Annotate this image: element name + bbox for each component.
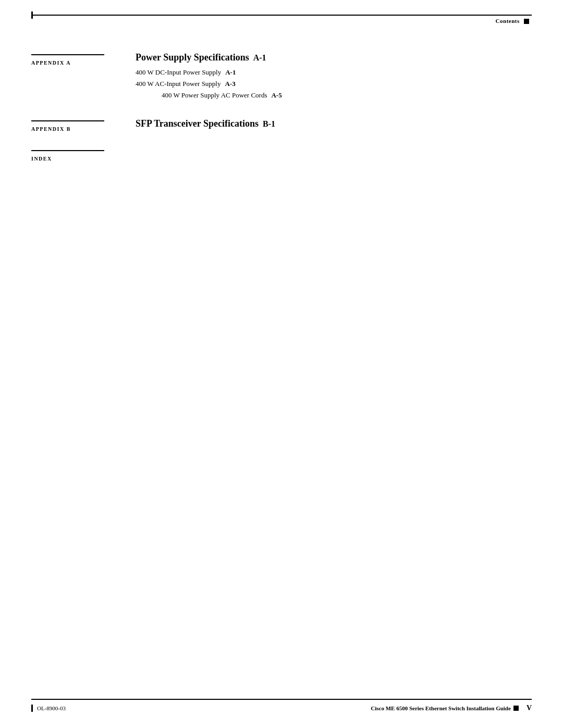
appendix-a-title: Power Supply Specifications A-1: [136, 52, 532, 63]
index-label-col: Index: [31, 150, 136, 163]
toc-entry-ac-text: 400 W AC-Input Power Supply: [136, 80, 221, 88]
appendix-b-prefix: Appendix: [31, 126, 65, 132]
appendix-b-label: Appendix B: [31, 126, 71, 132]
appendix-b-label-col: Appendix B: [31, 118, 136, 133]
footer-right: Cisco ME 6500 Series Ethernet Switch Ins…: [371, 704, 532, 712]
toc-entry-cords-page: A-5: [271, 91, 282, 100]
toc-entry-cords: 400 W Power Supply AC Power Cords A-5: [162, 91, 532, 100]
toc-entry-dc-text: 400 W DC-Input Power Supply: [136, 68, 221, 77]
footer-page-container: V: [521, 704, 532, 712]
footer-border: [31, 699, 532, 700]
main-content: Appendix A Power Supply Specifications A…: [31, 52, 532, 163]
appendix-b-title: SFP Transceiver Specifications B-1: [136, 118, 532, 129]
footer-title: Cisco ME 6500 Series Ethernet Switch Ins…: [371, 705, 511, 711]
appendix-b-content: SFP Transceiver Specifications B-1: [136, 118, 532, 134]
index-label: Index: [31, 156, 52, 162]
toc-entry-ac: 400 W AC-Input Power Supply A-3: [136, 80, 532, 88]
appendix-a-title-text: Power Supply Specifications: [136, 52, 249, 63]
appendix-a-label: Appendix A: [31, 60, 71, 66]
toc-entry-ac-page: A-3: [225, 80, 235, 88]
footer: OL-8900-03 Cisco ME 6500 Series Ethernet…: [31, 699, 532, 712]
index-divider: [31, 150, 104, 151]
footer-left: OL-8900-03: [31, 705, 66, 712]
header-contents: Contents: [496, 18, 529, 24]
toc-entry-dc-page: A-1: [225, 68, 236, 77]
appendix-a-title-page: A-1: [253, 53, 266, 63]
appendix-b-letter: B: [67, 126, 71, 132]
footer-left-tick: [31, 705, 33, 712]
appendix-a-label-col: Appendix A: [31, 52, 136, 67]
appendix-a-letter: A: [66, 60, 71, 66]
footer-page-num: V: [527, 704, 532, 712]
appendix-a-content: Power Supply Specifications A-1 400 W DC…: [136, 52, 532, 103]
footer-square-icon: [513, 706, 519, 711]
appendix-b-title-text: SFP Transceiver Specifications: [136, 118, 259, 129]
appendix-b-section: Appendix B SFP Transceiver Specification…: [31, 118, 532, 134]
appendix-a-prefix: Appendix: [31, 60, 65, 66]
top-border-line: [31, 15, 532, 16]
header-square-icon: [524, 19, 529, 24]
toc-entry-cords-text: 400 W Power Supply AC Power Cords: [162, 91, 267, 100]
index-section: Index: [31, 150, 532, 163]
appendix-a-divider: [31, 54, 104, 55]
appendix-b-divider: [31, 120, 104, 121]
left-tick-mark: [31, 11, 33, 19]
header-contents-label: Contents: [496, 18, 520, 24]
footer-content: OL-8900-03 Cisco ME 6500 Series Ethernet…: [31, 704, 532, 712]
toc-entry-dc: 400 W DC-Input Power Supply A-1: [136, 68, 532, 77]
footer-doc-num: OL-8900-03: [37, 705, 66, 711]
appendix-b-title-page: B-1: [263, 119, 275, 129]
appendix-a-section: Appendix A Power Supply Specifications A…: [31, 52, 532, 103]
